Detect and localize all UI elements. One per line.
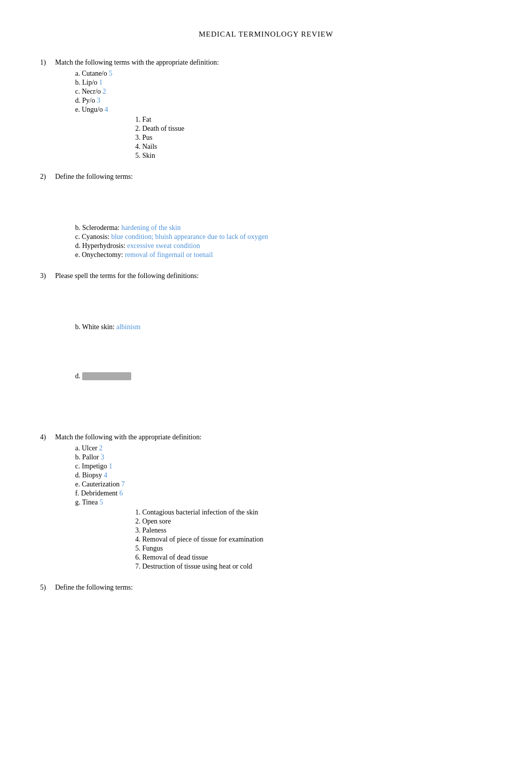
item-letter: b. [75, 224, 81, 231]
item-letter: b. [75, 453, 81, 461]
section-3-items: b. White skin: albinism [55, 323, 492, 331]
definition-item: Destruction of tissue using heat or cold [135, 563, 492, 571]
item-term: Hyperhydrosis: [82, 242, 127, 249]
definition-item: Paleness [135, 527, 492, 535]
item-letter: d. [75, 372, 81, 380]
section-1: 1) Match the following terms with the ap… [40, 59, 492, 161]
item-letter: d. [75, 471, 81, 479]
list-item: a. Cutane/o 5 [75, 70, 492, 78]
list-item: b. White skin: albinism [75, 323, 492, 331]
item-letter: d. [75, 242, 81, 249]
item-answer: 5 [109, 70, 112, 77]
definition-item: Open sore [135, 517, 492, 526]
item-term: Ulcer [82, 444, 99, 452]
item-letter: b. [75, 323, 81, 331]
item-letter: c. [75, 233, 80, 240]
item-answer: 1 [109, 462, 112, 470]
definition-item: Nails [135, 143, 492, 151]
definition-item: Death of tissue [135, 125, 492, 133]
list-item: c. Necr/o 2 [75, 88, 492, 96]
definition-item: Fungus [135, 545, 492, 553]
item-letter: f. [75, 489, 79, 497]
item-letter: b. [75, 79, 81, 86]
blurred-answer [82, 372, 131, 380]
item-term: Ungu/o [82, 106, 105, 113]
section-4-label: Match the following with the appropriate… [55, 433, 492, 441]
item-letter: e. [75, 106, 80, 113]
section-4: 4) Match the following with the appropri… [40, 433, 492, 572]
list-item: d. Py/o 3 [75, 97, 492, 105]
list-item: e. Onychectomy: removal of fingernail or… [75, 251, 492, 259]
item-answer: 2 [99, 444, 103, 452]
section-3-number: 3) [40, 272, 55, 280]
item-answer: 5 [100, 498, 103, 506]
section-2-items: b. Scleroderma: hardening of the skin c.… [55, 224, 492, 259]
item-answer: 2 [103, 88, 106, 95]
list-item: a. Ulcer 2 [75, 444, 492, 452]
item-letter: e. [75, 480, 80, 488]
list-item: d. Hyperhydrosis: excessive sweat condit… [75, 242, 492, 250]
section-5-number: 5) [40, 584, 55, 592]
blank-area-3a [55, 283, 492, 323]
item-term: White skin: [82, 323, 116, 331]
section-2-number: 2) [40, 173, 55, 181]
list-item: c. Cyanosis: blue condition; bluish appe… [75, 233, 492, 241]
item-answer: 4 [104, 471, 107, 479]
list-item: d. Biopsy 4 [75, 471, 492, 479]
section-5: 5) Define the following terms: [40, 584, 492, 595]
definition-item: Removal of piece of tissue for examinati… [135, 536, 492, 544]
page-title: MEDICAL TERMINOLOGY REVIEW [40, 30, 492, 39]
item-letter: c. [75, 88, 80, 95]
section-4-definitions: Contagious bacterial infection of the sk… [55, 508, 492, 571]
item-term: Impetigo [82, 462, 109, 470]
item-term: Necr/o [82, 88, 103, 95]
item-answer: 6 [119, 489, 123, 497]
section-4-number: 4) [40, 433, 55, 441]
section-3-label: Please spell the terms for the following… [55, 272, 492, 280]
item-answer: removal of fingernail or toenail [125, 251, 213, 258]
item-answer: excessive sweat condition [127, 242, 200, 249]
blank-area-3c [55, 332, 492, 372]
section-1-number: 1) [40, 59, 55, 67]
blank-area-between [40, 393, 492, 433]
section-1-label: Match the following terms with the appro… [55, 59, 492, 67]
section-2: 2) Define the following terms: b. Sclero… [40, 173, 492, 260]
list-item: b. Scleroderma: hardening of the skin [75, 224, 492, 232]
item-term: Cauterization [82, 480, 121, 488]
definition-item: Pus [135, 134, 492, 142]
item-letter: a. [75, 444, 80, 452]
list-item: b. Pallor 3 [75, 453, 492, 461]
list-item: f. Debridement 6 [75, 489, 492, 497]
item-letter: g. [75, 498, 81, 506]
item-answer: 1 [99, 79, 103, 86]
item-letter: e. [75, 251, 80, 258]
list-item: e. Ungu/o 4 [75, 106, 492, 114]
item-answer: hardening of the skin [121, 224, 181, 231]
item-term: Onychectomy: [82, 251, 125, 258]
item-letter: a. [75, 70, 80, 77]
list-item: c. Impetigo 1 [75, 462, 492, 470]
item-term: Debridement [81, 489, 120, 497]
item-letter: d. [75, 97, 81, 104]
section-2-label: Define the following terms: [55, 173, 492, 181]
item-term: Biopsy [82, 471, 104, 479]
item-term: Tinea [82, 498, 100, 506]
list-item: d. [75, 372, 492, 380]
list-item: g. Tinea 5 [75, 498, 492, 506]
section-3: 3) Please spell the terms for the follow… [40, 272, 492, 381]
item-answer: 7 [121, 480, 125, 488]
item-term: Py/o [82, 97, 97, 104]
list-item: e. Cauterization 7 [75, 480, 492, 488]
definition-item: Removal of dead tissue [135, 554, 492, 562]
section-5-label: Define the following terms: [55, 584, 492, 592]
definition-item: Contagious bacterial infection of the sk… [135, 508, 492, 516]
item-answer: 3 [101, 453, 104, 461]
section-1-items: a. Cutane/o 5 b. Lip/o 1 c. Necr/o 2 d. [55, 70, 492, 114]
definition-item: Skin [135, 152, 492, 160]
section-1-definitions: Fat Death of tissue Pus Nails Skin [55, 116, 492, 160]
blank-area-2a [55, 184, 492, 224]
item-answer: 3 [97, 97, 100, 104]
item-term: Scleroderma: [82, 224, 121, 231]
item-term: Cyanosis: [82, 233, 111, 240]
item-term: Pallor [82, 453, 101, 461]
